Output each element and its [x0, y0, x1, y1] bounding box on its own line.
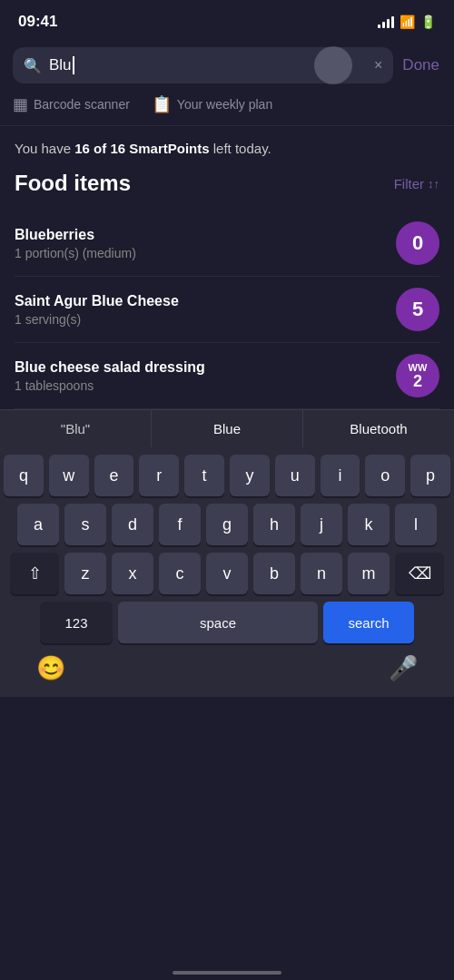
key-i[interactable]: i [321, 455, 360, 496]
points-value: 5 [412, 298, 423, 321]
search-key[interactable]: search [323, 602, 414, 643]
key-o[interactable]: o [365, 455, 405, 496]
key-e[interactable]: e [94, 455, 134, 496]
shift-key[interactable]: ⇧ [10, 553, 59, 594]
text-cursor [73, 56, 74, 74]
food-item-desc: 1 portion(s) (medium) [15, 246, 396, 260]
food-item-salad-dressing[interactable]: Blue cheese salad dressing 1 tablespoons… [15, 343, 439, 409]
search-icon: 🔍 [24, 57, 42, 74]
filter-button[interactable]: Filter ↕↑ [394, 176, 439, 191]
smartpoints-banner: You have 16 of 16 SmartPoints left today… [0, 126, 454, 171]
bottom-bar: 😊 🎤 [0, 647, 454, 697]
key-z[interactable]: z [64, 553, 106, 594]
food-item-desc: 1 tablespoons [15, 378, 396, 393]
search-query-text: Blu [49, 56, 72, 74]
keyboard-row-1: q w e r t y u i o p [4, 455, 450, 496]
food-item-blue-cheese[interactable]: Saint Agur Blue Cheese 1 serving(s) 5 [15, 277, 439, 343]
food-items-title: Food items [15, 171, 131, 196]
microphone-button[interactable]: 🎤 [389, 654, 418, 682]
key-n[interactable]: n [301, 553, 342, 594]
food-item-desc: 1 serving(s) [15, 312, 396, 327]
ww-points-value: 2 [413, 373, 422, 389]
smartpoints-text-prefix: You have [15, 141, 71, 156]
key-t[interactable]: t [184, 455, 224, 496]
weekly-plan-button[interactable]: 📋 Your weekly plan [152, 94, 272, 114]
key-y[interactable]: y [230, 455, 270, 496]
points-badge-blueberries: 0 [396, 221, 439, 265]
filter-icon: ↕↑ [428, 177, 439, 191]
key-j[interactable]: j [301, 504, 342, 545]
key-v[interactable]: v [206, 553, 248, 594]
points-badge-salad-dressing: WW 2 [396, 354, 439, 397]
key-p[interactable]: p [410, 455, 450, 496]
food-item-name: Saint Agur Blue Cheese [15, 293, 396, 309]
food-item-blueberries[interactable]: Blueberries 1 portion(s) (medium) 0 [15, 211, 439, 277]
space-key[interactable]: space [118, 602, 318, 643]
weekly-plan-label: Your weekly plan [177, 97, 272, 112]
suggestion-bluetooth[interactable]: Bluetooth [303, 410, 454, 447]
key-x[interactable]: x [112, 553, 153, 594]
status-icons: 📶 🔋 [378, 15, 436, 29]
done-button[interactable]: Done [400, 53, 441, 78]
quick-access-row: ▦ Barcode scanner 📋 Your weekly plan [0, 91, 454, 125]
emoji-button[interactable]: 😊 [36, 654, 65, 682]
key-r[interactable]: r [139, 455, 179, 496]
smartpoints-used: 16 of 16 SmartPoints [74, 141, 209, 156]
suggestion-blu-quoted[interactable]: "Blu" [0, 410, 152, 447]
search-bar-container: 🔍 Blu × Done [0, 40, 454, 91]
keyboard: q w e r t y u i o p a s d f g h j k l ⇧ … [0, 447, 454, 647]
key-f[interactable]: f [159, 504, 201, 545]
keyboard-row-3: ⇧ z x c v b n m ⌫ [4, 553, 450, 594]
food-item-name: Blueberries [15, 227, 396, 243]
status-bar: 09:41 📶 🔋 [0, 0, 454, 40]
wifi-icon: 📶 [400, 15, 415, 29]
key-a[interactable]: a [17, 504, 59, 545]
doc-icon: 📋 [152, 94, 172, 114]
clear-button[interactable]: × [374, 57, 382, 74]
search-circle-overlay [314, 46, 352, 84]
keyboard-bottom-row: 123 space search [4, 602, 450, 643]
signal-icon [378, 15, 394, 28]
key-m[interactable]: m [348, 553, 390, 594]
points-value: 0 [412, 231, 423, 255]
key-h[interactable]: h [253, 504, 295, 545]
status-time: 09:41 [18, 13, 57, 31]
key-c[interactable]: c [159, 553, 201, 594]
key-s[interactable]: s [64, 504, 106, 545]
key-b[interactable]: b [253, 553, 295, 594]
food-items-section: Food items Filter ↕↑ Blueberries 1 porti… [0, 171, 454, 409]
key-g[interactable]: g [206, 504, 248, 545]
home-indicator [173, 971, 281, 975]
points-badge-blue-cheese: 5 [396, 288, 439, 331]
barcode-scanner-button[interactable]: ▦ Barcode scanner [13, 94, 130, 114]
numbers-key[interactable]: 123 [40, 602, 113, 643]
food-items-header: Food items Filter ↕↑ [15, 171, 439, 196]
keyboard-row-2: a s d f g h j k l [4, 504, 450, 545]
delete-key[interactable]: ⌫ [395, 553, 444, 594]
suggestion-blue[interactable]: Blue [152, 410, 303, 447]
keyboard-suggestions: "Blu" Blue Bluetooth [0, 409, 454, 447]
key-k[interactable]: k [348, 504, 390, 545]
smartpoints-text-suffix: left today. [213, 141, 271, 156]
key-u[interactable]: u [275, 455, 315, 496]
battery-icon: 🔋 [420, 15, 436, 29]
filter-label: Filter [394, 176, 424, 191]
search-bar[interactable]: 🔍 Blu × [13, 47, 393, 83]
barcode-icon: ▦ [13, 94, 28, 114]
key-d[interactable]: d [112, 504, 153, 545]
barcode-scanner-label: Barcode scanner [34, 97, 130, 112]
key-w[interactable]: w [49, 455, 89, 496]
key-l[interactable]: l [395, 504, 437, 545]
food-item-name: Blue cheese salad dressing [15, 359, 396, 376]
key-q[interactable]: q [4, 455, 44, 496]
ww-label: WW [409, 363, 428, 373]
